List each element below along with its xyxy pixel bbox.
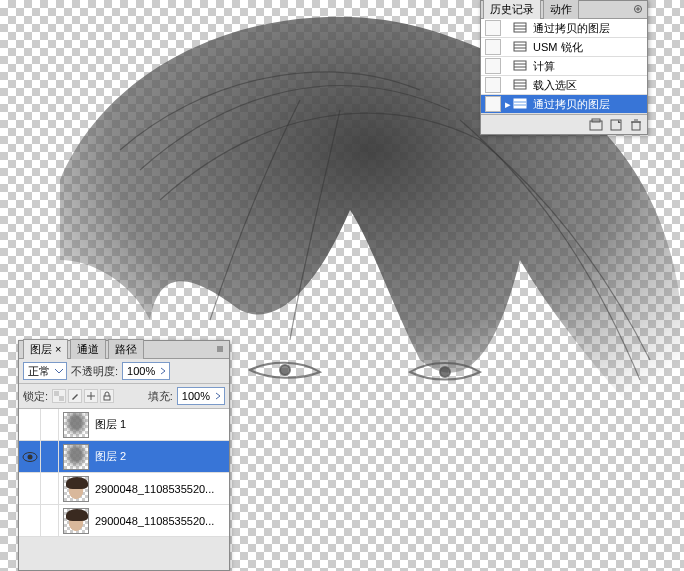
visibility-toggle[interactable] <box>19 409 41 440</box>
history-list: 通过拷贝的图层 USM 锐化 计算 载入选区 ▸ 通过拷贝的图层 <box>481 19 647 114</box>
lock-label: 锁定: <box>23 389 48 404</box>
link-slot[interactable] <box>41 473 59 504</box>
tab-actions[interactable]: 动作 <box>543 0 579 19</box>
svg-rect-15 <box>514 99 526 108</box>
svg-rect-9 <box>514 61 526 70</box>
fill-input[interactable]: 100% <box>177 387 225 405</box>
chevron-right-icon <box>159 366 167 376</box>
layer-row[interactable]: 图层 1 <box>19 409 229 441</box>
svg-rect-24 <box>54 391 59 396</box>
link-slot[interactable] <box>41 441 59 472</box>
blend-mode-value: 正常 <box>28 364 50 379</box>
tab-layers[interactable]: 图层 × <box>23 339 68 359</box>
layer-row[interactable]: 图层 2 <box>19 441 229 473</box>
svg-rect-6 <box>514 42 526 51</box>
history-item-label: 载入选区 <box>529 78 577 93</box>
layer-name[interactable]: 2900048_1108535520... <box>93 515 214 527</box>
new-doc-icon[interactable] <box>609 118 623 132</box>
tab-history[interactable]: 历史记录 <box>483 0 541 19</box>
visibility-toggle[interactable] <box>19 505 41 536</box>
layers-blend-row: 正常 不透明度: 100% <box>19 359 229 384</box>
lock-transparency-icon[interactable] <box>52 389 66 403</box>
layer-icon <box>513 78 529 92</box>
blend-mode-select[interactable]: 正常 <box>23 362 67 380</box>
history-item[interactable]: ▸ 通过拷贝的图层 <box>481 95 647 114</box>
history-tabs: 历史记录 动作 <box>481 1 647 19</box>
chevron-down-icon <box>54 366 64 376</box>
lock-all-icon[interactable] <box>100 389 114 403</box>
layers-list: 图层 1 图层 2 2900048_1108535520... 2900048_… <box>19 409 229 537</box>
fill-label: 填充: <box>148 389 173 404</box>
tab-layers-label: 图层 <box>30 343 52 355</box>
delete-icon[interactable] <box>629 118 643 132</box>
new-snapshot-icon[interactable] <box>589 118 603 132</box>
layer-thumbnail[interactable] <box>63 508 89 534</box>
history-item-label: 通过拷贝的图层 <box>529 97 610 112</box>
history-snapshot-slot[interactable] <box>485 58 501 74</box>
svg-point-0 <box>280 365 290 375</box>
history-footer <box>481 114 647 134</box>
layers-tabs: 图层 × 通道 路径 <box>19 341 229 359</box>
visibility-toggle[interactable] <box>19 441 41 472</box>
lock-icons <box>52 389 114 403</box>
chevron-right-icon <box>214 391 222 401</box>
layer-row[interactable]: 2900048_1108535520... <box>19 505 229 537</box>
tab-channels[interactable]: 通道 <box>70 339 106 359</box>
history-pointer: ▸ <box>503 98 513 111</box>
layer-name[interactable]: 2900048_1108535520... <box>93 483 214 495</box>
layer-icon <box>513 21 529 35</box>
tab-paths[interactable]: 路径 <box>108 339 144 359</box>
history-snapshot-slot[interactable] <box>485 20 501 36</box>
layers-lock-row: 锁定: 填充: 100% <box>19 384 229 409</box>
lock-pixels-icon[interactable] <box>68 389 82 403</box>
layer-name[interactable]: 图层 2 <box>93 449 126 464</box>
history-item[interactable]: 计算 <box>481 57 647 76</box>
layer-thumbnail[interactable] <box>63 412 89 438</box>
eye-icon <box>22 451 38 463</box>
layer-icon <box>513 40 529 54</box>
link-slot[interactable] <box>41 409 59 440</box>
history-item-label: 计算 <box>529 59 555 74</box>
history-item[interactable]: 通过拷贝的图层 <box>481 19 647 38</box>
opacity-value: 100% <box>127 365 155 377</box>
history-snapshot-slot[interactable] <box>485 39 501 55</box>
history-item-label: USM 锐化 <box>529 40 583 55</box>
svg-rect-12 <box>514 80 526 89</box>
svg-rect-25 <box>59 396 64 401</box>
history-item-label: 通过拷贝的图层 <box>529 21 610 36</box>
opacity-input[interactable]: 100% <box>122 362 170 380</box>
layer-icon <box>513 97 529 111</box>
visibility-toggle[interactable] <box>19 473 41 504</box>
link-slot[interactable] <box>41 505 59 536</box>
history-item[interactable]: USM 锐化 <box>481 38 647 57</box>
svg-point-28 <box>27 454 32 459</box>
history-snapshot-slot[interactable] <box>485 77 501 93</box>
svg-rect-21 <box>632 122 640 130</box>
fill-value: 100% <box>182 390 210 402</box>
panel-menu-icon[interactable] <box>631 2 645 16</box>
history-panel: 历史记录 动作 通过拷贝的图层 USM 锐化 计算 载入选区 <box>480 0 648 135</box>
layer-thumbnail[interactable] <box>63 444 89 470</box>
history-item[interactable]: 载入选区 <box>481 76 647 95</box>
layers-panel: 图层 × 通道 路径 正常 不透明度: 100% 锁定: 填充: 100% <box>18 340 230 571</box>
history-snapshot-slot[interactable] <box>485 96 501 112</box>
svg-rect-26 <box>104 396 110 400</box>
layer-name[interactable]: 图层 1 <box>93 417 126 432</box>
panel-menu-icon[interactable] <box>213 342 227 356</box>
layer-row[interactable]: 2900048_1108535520... <box>19 473 229 505</box>
svg-rect-3 <box>514 23 526 32</box>
layer-icon <box>513 59 529 73</box>
svg-point-1 <box>440 367 450 377</box>
opacity-label: 不透明度: <box>71 364 118 379</box>
lock-position-icon[interactable] <box>84 389 98 403</box>
layer-thumbnail[interactable] <box>63 476 89 502</box>
